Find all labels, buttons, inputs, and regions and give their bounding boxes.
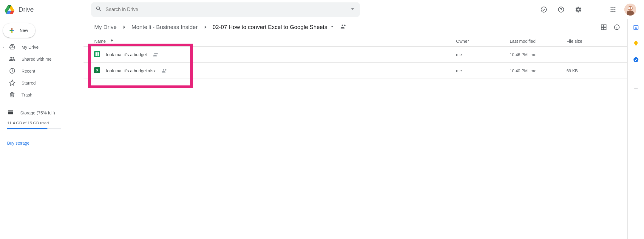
svg-point-20: [628, 7, 630, 9]
sidebar-item-shared[interactable]: Shared with me: [0, 53, 78, 65]
column-header-size[interactable]: File size: [566, 39, 620, 44]
svg-point-46: [633, 57, 638, 62]
side-panel-divider: [633, 75, 639, 75]
file-name: look ma, it's a budget: [106, 52, 147, 57]
svg-rect-25: [10, 30, 11, 31]
sidebar-item-label: Recent: [21, 69, 35, 73]
sidebar-item-starred[interactable]: Starred: [0, 77, 78, 89]
excel-file-icon: X: [94, 67, 100, 74]
breadcrumb-item[interactable]: Montelli - Business Insider: [132, 24, 198, 30]
file-shared-icon: [153, 52, 159, 58]
column-header-modified[interactable]: Last modified: [510, 39, 566, 44]
offline-status-icon[interactable]: [538, 4, 550, 16]
storage-block: Storage (75% full) 11.4 GB of 15 GB used…: [0, 109, 84, 145]
expand-icon[interactable]: [2, 46, 5, 49]
svg-text:31: 31: [634, 26, 637, 29]
keep-app-icon[interactable]: [633, 41, 639, 47]
chevron-right-icon: [202, 24, 209, 30]
file-row[interactable]: look ma, it's a budget me 10:46 PM me —: [84, 47, 627, 63]
svg-rect-23: [13, 30, 14, 31]
file-rows: look ma, it's a budget me 10:46 PM me —: [88, 47, 627, 79]
file-size: —: [566, 52, 620, 57]
apps-icon[interactable]: [607, 4, 619, 16]
settings-icon[interactable]: [572, 4, 584, 16]
svg-point-8: [611, 7, 612, 8]
drive-logo[interactable]: [3, 3, 16, 16]
info-icon[interactable]: [614, 24, 620, 30]
content: My Drive Montelli - Business Insider 02-…: [84, 19, 627, 239]
new-button[interactable]: New: [3, 23, 35, 38]
breadcrumb-item-current[interactable]: 02-07 How to convert Excel to Google She…: [213, 24, 327, 30]
storage-bar: [7, 128, 61, 129]
search-box[interactable]: [91, 2, 360, 17]
header-icons: [538, 4, 636, 16]
shared-icon: [9, 56, 16, 63]
product-name: Drive: [18, 6, 34, 13]
file-owner: me: [456, 52, 510, 57]
file-modified: 10:40 PM me: [510, 68, 566, 73]
my-drive-icon: [9, 44, 16, 51]
breadcrumb-bar: My Drive Montelli - Business Insider 02-…: [84, 19, 627, 35]
tasks-app-icon[interactable]: [633, 57, 639, 63]
file-name: look ma, it's a budget.xlsx: [106, 68, 156, 73]
sidebar-divider: [0, 106, 84, 106]
svg-point-11: [611, 9, 612, 10]
calendar-app-icon[interactable]: 31: [633, 24, 639, 30]
add-app-icon[interactable]: [633, 85, 639, 91]
sort-asc-icon[interactable]: [109, 38, 114, 44]
svg-point-15: [612, 11, 614, 12]
view-grid-icon[interactable]: [600, 24, 607, 30]
svg-rect-27: [8, 111, 13, 112]
sidebar-item-label: Trash: [21, 93, 33, 97]
column-header-row: Name Owner Last modified File size: [84, 35, 627, 47]
sidebar-item-recent[interactable]: Recent: [0, 65, 78, 77]
search-icon[interactable]: [95, 6, 102, 13]
file-shared-icon: [162, 68, 168, 74]
svg-point-16: [614, 11, 616, 12]
header: Drive: [0, 0, 644, 19]
svg-point-14: [611, 11, 612, 12]
svg-rect-29: [8, 113, 13, 114]
new-button-label: New: [20, 28, 28, 33]
svg-rect-28: [8, 112, 13, 113]
svg-rect-30: [601, 24, 603, 27]
storage-icon: [7, 109, 14, 117]
column-header-owner[interactable]: Owner: [456, 39, 510, 44]
svg-point-9: [612, 7, 614, 8]
svg-point-12: [612, 9, 614, 10]
sidebar-item-label: Starred: [21, 81, 36, 85]
svg-rect-32: [601, 27, 603, 29]
search-input[interactable]: [106, 7, 350, 12]
file-row[interactable]: X look ma, it's a budget.xlsx me 10:40 P…: [84, 63, 627, 79]
recent-icon: [9, 68, 16, 75]
breadcrumb-dropdown-icon[interactable]: [330, 24, 335, 30]
file-owner: me: [456, 68, 510, 73]
folder-shared-icon[interactable]: [340, 23, 347, 31]
svg-rect-19: [627, 11, 634, 16]
buy-storage-link[interactable]: Buy storage: [7, 141, 30, 145]
svg-rect-33: [604, 27, 606, 29]
sidebar-item-trash[interactable]: Trash: [0, 89, 78, 101]
header-left: Drive: [3, 3, 87, 16]
svg-point-7: [561, 11, 561, 11]
file-size: 69 KB: [566, 68, 620, 73]
help-icon[interactable]: [555, 4, 567, 16]
svg-point-10: [614, 7, 616, 8]
sidebar-item-label: My Drive: [21, 45, 38, 50]
trash-icon: [9, 91, 16, 99]
file-modified: 10:46 PM me: [510, 52, 566, 57]
svg-rect-24: [11, 31, 12, 33]
breadcrumb-item[interactable]: My Drive: [94, 24, 117, 30]
svg-rect-31: [604, 24, 606, 27]
storage-label: Storage (75% full): [20, 111, 55, 115]
storage-bar-fill: [7, 128, 47, 129]
svg-text:X: X: [96, 68, 98, 72]
sidebar-item-label: Shared with me: [21, 57, 52, 62]
svg-point-36: [617, 26, 617, 26]
account-avatar[interactable]: [624, 4, 636, 16]
column-header-name[interactable]: Name: [94, 39, 106, 44]
sidebar-item-my-drive[interactable]: My Drive: [0, 41, 78, 53]
star-icon: [9, 79, 16, 87]
svg-point-13: [614, 9, 616, 10]
search-options-icon[interactable]: [350, 6, 356, 13]
